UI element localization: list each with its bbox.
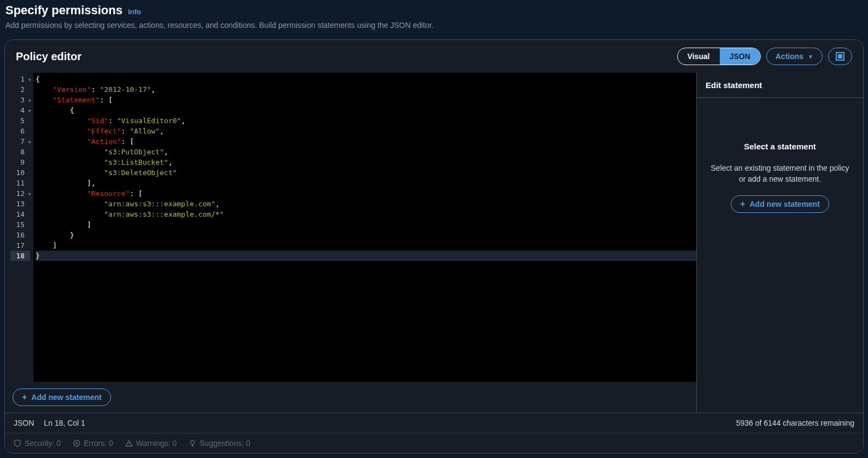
below-editor: + Add new statement: [5, 382, 696, 413]
plus-icon: +: [22, 393, 27, 402]
lightbulb-icon: [189, 439, 196, 447]
code-content[interactable]: { "Version": "2012-10-17", "Statement": …: [33, 73, 696, 382]
error-icon: [73, 439, 80, 447]
footer-warnings[interactable]: Warnings: 0: [125, 439, 177, 448]
right-pane-description: Select an existing statement in the poli…: [707, 163, 853, 184]
status-bar: JSON Ln 18, Col 1 5936 of 6144 character…: [5, 413, 863, 433]
right-pane-body: Select a statement Select an existing st…: [697, 98, 863, 413]
footer-errors[interactable]: Errors: 0: [73, 439, 113, 448]
actions-dropdown[interactable]: Actions ▼: [766, 48, 823, 65]
status-cursor: Ln 18, Col 1: [44, 419, 85, 427]
line-gutter: 1▼23▼4▼567▼89101112▼131415161718: [5, 73, 33, 382]
json-editor[interactable]: 1▼23▼4▼567▼89101112▼131415161718 { "Vers…: [5, 73, 696, 382]
left-pane: 1▼23▼4▼567▼89101112▼131415161718 { "Vers…: [5, 73, 697, 413]
footer-suggestions[interactable]: Suggestions: 0: [189, 439, 251, 448]
actions-label: Actions: [776, 52, 803, 61]
plus-icon: +: [740, 200, 745, 208]
page-title: Specify permissions: [5, 3, 123, 18]
toggle-json[interactable]: JSON: [720, 48, 760, 65]
editor-mode-toggle: Visual JSON: [677, 48, 761, 65]
status-chars: 5936 of 6144 characters remaining: [736, 419, 854, 427]
shield-icon: [14, 439, 21, 447]
toolbar: Policy editor Visual JSON Actions ▼: [5, 40, 863, 73]
add-statement-button[interactable]: + Add new statement: [13, 389, 111, 406]
add-statement-button-right[interactable]: + Add new statement: [731, 195, 829, 213]
footer-bar: Security: 0 Errors: 0 Warnings: 0 Sugges…: [5, 433, 863, 453]
right-pane-title: Select a statement: [744, 142, 816, 151]
warning-icon: [125, 439, 133, 447]
main-area: 1▼23▼4▼567▼89101112▼131415161718 { "Vers…: [5, 73, 863, 413]
toggle-visual[interactable]: Visual: [678, 48, 720, 65]
panel-title: Policy editor: [16, 50, 672, 63]
svg-point-3: [191, 440, 195, 444]
fullscreen-icon: [836, 52, 844, 61]
status-mode: JSON: [14, 419, 34, 427]
fullscreen-button[interactable]: [828, 48, 852, 65]
chevron-down-icon: ▼: [808, 54, 813, 60]
right-pane-header: Edit statement: [697, 73, 863, 98]
svg-rect-1: [838, 54, 842, 59]
policy-editor-panel: Policy editor Visual JSON Actions ▼ 1▼23…: [4, 39, 864, 454]
info-link[interactable]: Info: [128, 8, 141, 16]
page-description: Add permissions by selecting services, a…: [5, 21, 863, 30]
add-statement-label-right: Add new statement: [749, 200, 819, 208]
add-statement-label: Add new statement: [31, 393, 101, 402]
page-header: Specify permissions Info Add permissions…: [0, 0, 868, 35]
footer-security[interactable]: Security: 0: [14, 439, 61, 448]
right-pane: Edit statement Select a statement Select…: [697, 73, 863, 413]
